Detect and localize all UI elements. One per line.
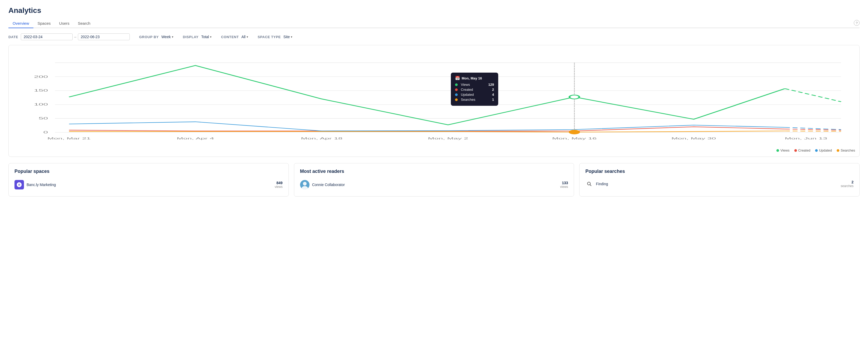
legend-created: Created	[794, 149, 810, 152]
chart-container: 0 50 100 150 200 Mon, Mar 21 Mon, Apr 4 …	[8, 45, 860, 157]
svg-text:Mon, May 2: Mon, May 2	[428, 136, 468, 140]
tab-spaces[interactable]: Spaces	[33, 19, 55, 28]
filter-bar: DATE – GROUP BY Week ▾ DISPLAY Total ▾ C…	[8, 33, 860, 40]
help-icon[interactable]: ?	[854, 20, 860, 26]
content-arrow-icon: ▾	[247, 35, 248, 39]
groupby-arrow-icon: ▾	[172, 35, 174, 39]
popular-searches-card: Popular searches Finding 2 searches	[579, 163, 860, 196]
tab-users[interactable]: Users	[55, 19, 74, 28]
date-range: –	[21, 33, 130, 40]
spacetype-label: SPACE TYPE	[258, 35, 281, 39]
date-label: DATE	[8, 35, 18, 39]
page-title: Analytics	[8, 6, 860, 15]
reader-row: Connie Collaborator 133 views	[300, 179, 568, 191]
reader-name: Connie Collaborator	[312, 183, 345, 187]
svg-line-25	[590, 185, 591, 186]
spacetype-arrow-icon: ▾	[291, 35, 292, 39]
space-logo-icon	[16, 182, 22, 188]
spacetype-select[interactable]: Site ▾	[283, 35, 292, 39]
content-select[interactable]: All ▾	[241, 35, 248, 39]
search-icon-wrap	[585, 180, 593, 188]
groupby-select[interactable]: Week ▾	[161, 35, 174, 39]
date-to-input[interactable]	[78, 33, 130, 40]
legend-created-dot	[794, 149, 797, 152]
nav-tabs: Overview Spaces Users Search	[8, 19, 860, 28]
content-label: CONTENT	[221, 35, 239, 39]
search-count: 2 searches	[841, 180, 854, 188]
chart-area: 0 50 100 150 200 Mon, Mar 21 Mon, Apr 4 …	[13, 52, 855, 146]
display-label: DISPLAY	[183, 35, 199, 39]
legend-updated-dot	[815, 149, 818, 152]
legend-views: Views	[776, 149, 789, 152]
reader-avatar	[300, 180, 310, 189]
svg-text:50: 50	[39, 117, 48, 120]
svg-text:Mon, May 16: Mon, May 16	[552, 136, 597, 140]
display-select[interactable]: Total ▾	[201, 35, 212, 39]
svg-point-22	[303, 182, 307, 186]
avatar-icon	[300, 180, 310, 189]
search-row: Finding 2 searches	[585, 179, 854, 189]
popular-searches-title: Popular searches	[585, 169, 854, 174]
svg-text:0: 0	[43, 130, 48, 134]
svg-text:200: 200	[34, 75, 48, 78]
space-icon	[14, 180, 24, 189]
space-name: Banc.ly Marketing	[27, 183, 56, 187]
svg-text:100: 100	[34, 103, 48, 106]
groupby-label: GROUP BY	[139, 35, 159, 39]
bottom-cards: Popular spaces Banc.ly Marketing 849 vie…	[8, 163, 860, 196]
legend-views-dot	[776, 149, 779, 152]
svg-text:Mon, Mar 21: Mon, Mar 21	[48, 136, 91, 140]
popular-spaces-card: Popular spaces Banc.ly Marketing 849 vie…	[8, 163, 289, 196]
date-separator: –	[74, 35, 76, 39]
chart-legend: Views Created Updated Searches	[13, 149, 855, 152]
popular-spaces-title: Popular spaces	[14, 169, 283, 174]
svg-text:Mon, May 30: Mon, May 30	[672, 136, 716, 140]
svg-text:Mon, Apr 18: Mon, Apr 18	[301, 136, 342, 140]
most-active-readers-title: Most active readers	[300, 169, 568, 174]
reader-views: 133 views	[560, 181, 568, 189]
display-arrow-icon: ▾	[210, 35, 212, 39]
svg-text:Mon, Jun 13: Mon, Jun 13	[785, 136, 827, 140]
legend-updated: Updated	[815, 149, 832, 152]
analytics-chart: 0 50 100 150 200 Mon, Mar 21 Mon, Apr 4 …	[13, 52, 855, 146]
search-icon	[587, 182, 592, 186]
svg-text:150: 150	[34, 89, 48, 92]
svg-point-20	[569, 130, 579, 134]
tab-search[interactable]: Search	[74, 19, 95, 28]
most-active-readers-card: Most active readers Connie Collaborator …	[294, 163, 574, 196]
legend-searches: Searches	[837, 149, 855, 152]
legend-searches-dot	[837, 149, 839, 152]
search-term: Finding	[596, 182, 608, 186]
space-row: Banc.ly Marketing 849 views	[14, 179, 283, 191]
date-from-input[interactable]	[21, 33, 73, 40]
svg-text:Mon, Apr 4: Mon, Apr 4	[177, 136, 214, 140]
space-views: 849 views	[275, 181, 283, 189]
tab-overview[interactable]: Overview	[8, 19, 33, 28]
svg-point-19	[569, 95, 579, 99]
